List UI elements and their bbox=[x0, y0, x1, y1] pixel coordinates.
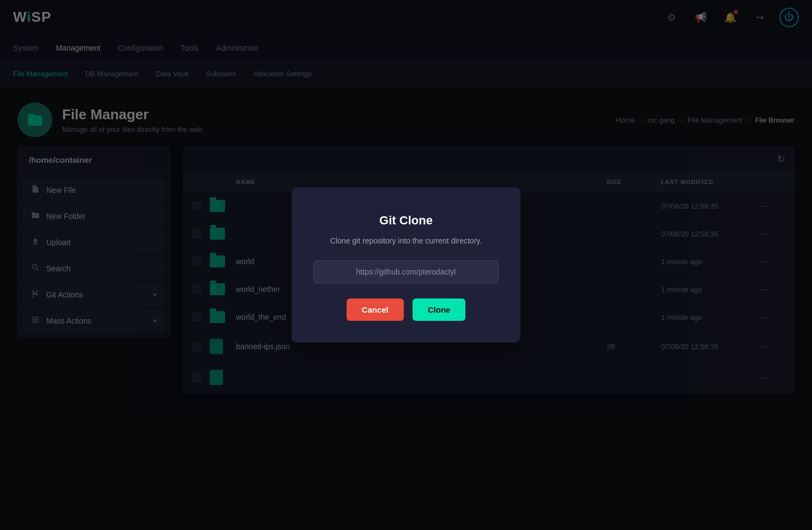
modal-title: Git Clone bbox=[313, 214, 499, 228]
cancel-button[interactable]: Cancel bbox=[347, 298, 404, 321]
clone-button[interactable]: Clone bbox=[413, 298, 466, 321]
modal-description: Clone git repository into the current di… bbox=[313, 236, 499, 245]
git-clone-modal: Git Clone Clone git repository into the … bbox=[292, 187, 520, 343]
modal-buttons: Cancel Clone bbox=[313, 298, 499, 321]
git-url-input[interactable] bbox=[313, 260, 499, 283]
modal-overlay: Git Clone Clone git repository into the … bbox=[0, 0, 812, 530]
